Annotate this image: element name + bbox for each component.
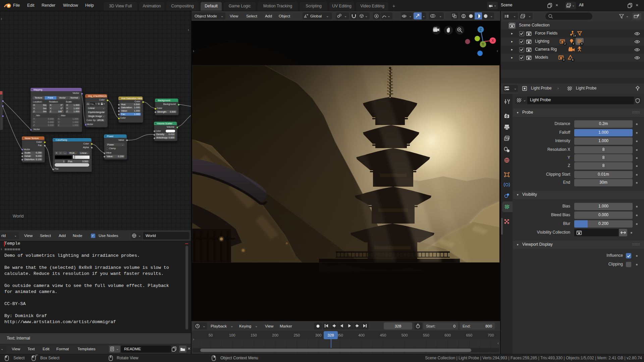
svg-text:›: › [193, 49, 194, 53]
svg-text:X: X [492, 39, 494, 43]
svg-text:‹: ‹ [497, 49, 498, 53]
svg-text:Z: Z [480, 28, 482, 32]
svg-text:Y: Y [482, 43, 484, 46]
